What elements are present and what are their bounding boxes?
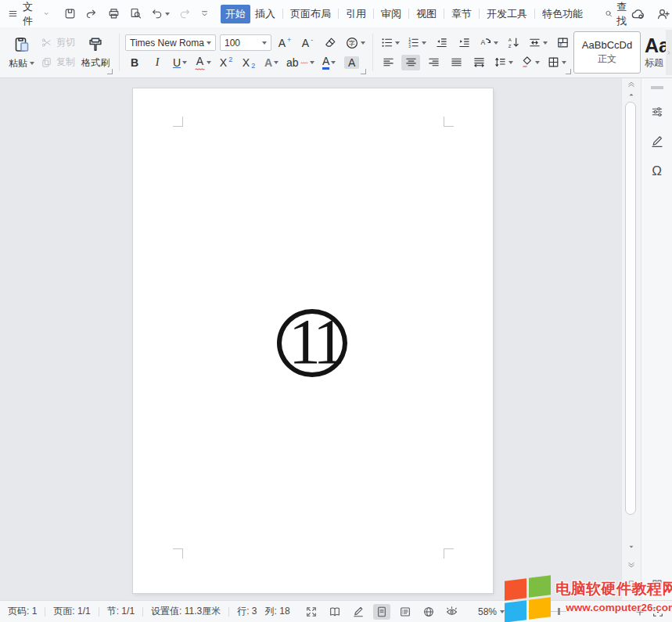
cloud-sync-button[interactable] bbox=[631, 5, 645, 23]
tab-review[interactable]: 审阅 bbox=[376, 5, 406, 23]
zoom-level-button[interactable]: 58% bbox=[478, 606, 505, 617]
line-spacing-button[interactable] bbox=[492, 55, 515, 70]
customize-toolbar-button[interactable] bbox=[199, 5, 210, 23]
select-browse-object-button[interactable] bbox=[627, 579, 635, 587]
next-page-button[interactable] bbox=[627, 561, 636, 570]
cut-button[interactable]: 剪切 bbox=[41, 36, 75, 49]
show-marks-button[interactable] bbox=[526, 35, 549, 51]
status-page-count: 页面: 1/1 bbox=[53, 605, 90, 618]
align-right-button[interactable] bbox=[424, 55, 443, 70]
numbered-list-button[interactable] bbox=[405, 35, 428, 51]
underline-button[interactable]: U bbox=[171, 55, 189, 70]
text-direction-button[interactable] bbox=[477, 35, 500, 51]
justify-button[interactable] bbox=[447, 55, 465, 70]
font-size-select[interactable]: 100 bbox=[220, 34, 271, 51]
shading-button[interactable] bbox=[519, 55, 541, 70]
sidebar-properties-button[interactable] bbox=[650, 105, 664, 119]
decrease-indent-button[interactable] bbox=[432, 35, 451, 51]
scroll-up-button[interactable] bbox=[627, 91, 635, 99]
zoom-out-button[interactable] bbox=[511, 606, 522, 617]
strikethrough-button[interactable]: A bbox=[193, 55, 213, 70]
paste-button[interactable]: 粘贴 bbox=[5, 34, 38, 72]
styles-more-button[interactable] bbox=[666, 30, 672, 75]
text-tool-button[interactable] bbox=[553, 35, 572, 51]
increase-indent-button[interactable] bbox=[455, 35, 473, 51]
sliders-icon bbox=[650, 105, 664, 119]
borders-caret bbox=[562, 61, 566, 64]
bold-button[interactable]: B bbox=[125, 55, 144, 70]
red-wave-icon bbox=[195, 67, 205, 70]
style-normal[interactable]: AaBbCcDd 正文 bbox=[573, 31, 641, 74]
print-button[interactable] bbox=[107, 5, 120, 23]
tab-developer[interactable]: 开发工具 bbox=[482, 5, 532, 23]
highlight-button[interactable]: ab bbox=[285, 55, 316, 70]
document-page[interactable]: 11 bbox=[133, 88, 493, 593]
scroll-down-button[interactable] bbox=[627, 543, 635, 551]
tab-page-layout[interactable]: 页面布局 bbox=[286, 5, 336, 23]
print-preview-button[interactable] bbox=[129, 5, 142, 23]
subscript-button[interactable]: X2 bbox=[239, 55, 258, 70]
scroll-jump-top-button[interactable] bbox=[627, 80, 636, 88]
fit-page-button[interactable] bbox=[652, 606, 664, 618]
sort-button[interactable] bbox=[504, 35, 523, 51]
sidebar-apps-button[interactable] bbox=[651, 578, 663, 591]
tab-section[interactable]: 章节 bbox=[447, 5, 476, 23]
sidebar-drag-handle[interactable] bbox=[651, 86, 663, 89]
font-color-button[interactable]: A bbox=[320, 55, 339, 70]
tab-special-features[interactable]: 特色功能 bbox=[537, 5, 588, 23]
write-mode-button[interactable] bbox=[350, 604, 367, 620]
document-canvas[interactable]: 11 bbox=[0, 78, 621, 600]
clear-format-button[interactable] bbox=[321, 35, 340, 51]
bullet-list-button[interactable] bbox=[379, 35, 401, 51]
borders-button[interactable] bbox=[545, 55, 568, 70]
scrollbar-thumb[interactable] bbox=[625, 102, 636, 515]
export-button[interactable] bbox=[85, 5, 99, 23]
read-layout-button[interactable] bbox=[326, 604, 343, 620]
tab-view[interactable]: 视图 bbox=[411, 5, 441, 23]
find-button[interactable]: 查找 bbox=[605, 0, 631, 28]
paragraph-marks-icon bbox=[528, 36, 541, 49]
tab-insert[interactable]: 插入 bbox=[250, 5, 280, 23]
font-dialog-launcher[interactable] bbox=[361, 69, 366, 74]
web-layout-button[interactable] bbox=[420, 604, 437, 620]
clipboard-dialog-launcher[interactable] bbox=[107, 69, 113, 74]
vertical-scrollbar[interactable] bbox=[621, 78, 641, 600]
sidebar-annotate-button[interactable] bbox=[650, 135, 664, 149]
tab-references[interactable]: 引用 bbox=[341, 5, 371, 23]
style-heading[interactable]: Aa 标题 bbox=[645, 31, 666, 74]
align-left-button[interactable] bbox=[379, 55, 397, 70]
invite-collaborator-button[interactable] bbox=[656, 5, 670, 23]
italic-button[interactable]: I bbox=[148, 55, 167, 70]
undo-button[interactable] bbox=[151, 5, 170, 23]
increase-font-button[interactable]: A+ bbox=[275, 35, 294, 51]
tab-home[interactable]: 开始 bbox=[221, 5, 250, 23]
zoom-in-button[interactable] bbox=[634, 606, 645, 617]
character-shading-button[interactable]: A bbox=[343, 55, 361, 70]
decrease-font-button[interactable]: A- bbox=[298, 35, 317, 51]
file-menu[interactable]: 文件 bbox=[8, 0, 49, 28]
shading-icon bbox=[520, 56, 534, 69]
double-caret-down-icon bbox=[627, 561, 636, 570]
sidebar-symbols-button[interactable]: Ω bbox=[652, 164, 662, 178]
outline-view-button[interactable] bbox=[397, 604, 414, 620]
save-button[interactable] bbox=[63, 5, 77, 23]
paragraph-dialog-launcher[interactable] bbox=[566, 69, 571, 74]
copy-button[interactable]: 复制 bbox=[41, 56, 75, 69]
enclosed-number-character[interactable]: 11 bbox=[277, 309, 347, 377]
zoom-slider[interactable] bbox=[528, 611, 628, 612]
align-center-button[interactable] bbox=[401, 55, 420, 70]
page-view-button[interactable] bbox=[373, 604, 390, 620]
print-preview-icon bbox=[129, 7, 142, 20]
distribute-button[interactable] bbox=[469, 55, 488, 70]
redo-button[interactable] bbox=[178, 5, 191, 23]
font-family-select[interactable]: Times New Roma bbox=[125, 34, 216, 51]
tab-separator bbox=[534, 9, 535, 19]
superscript-button[interactable]: X2 bbox=[217, 55, 235, 70]
text-effects-button[interactable]: A bbox=[262, 55, 281, 70]
enclose-characters-button[interactable] bbox=[343, 35, 367, 51]
zoom-slider-thumb[interactable] bbox=[558, 608, 560, 615]
font-group: Times New Roma 100 A+ A- B I U A X2 X2 A… bbox=[125, 30, 367, 75]
fullscreen-view-button[interactable] bbox=[303, 604, 320, 620]
eye-protect-button[interactable] bbox=[444, 604, 461, 620]
format-painter-button[interactable]: 格式刷 bbox=[77, 34, 113, 71]
